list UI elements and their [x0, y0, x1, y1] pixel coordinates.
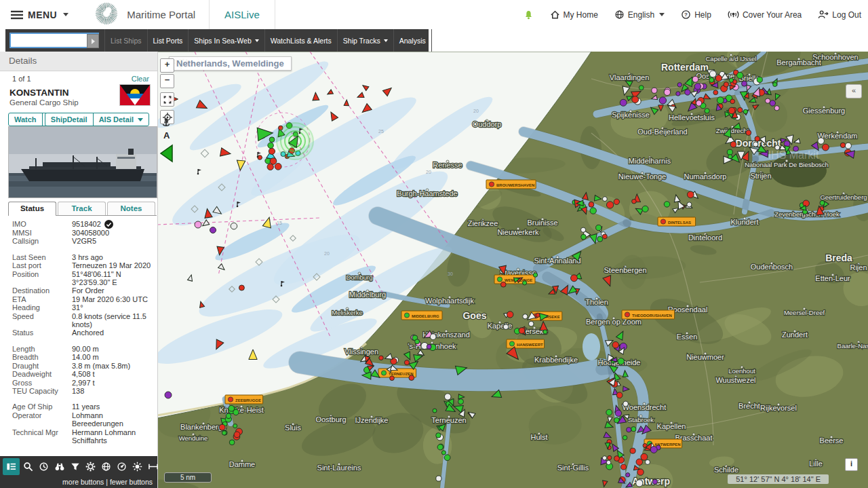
home-icon	[550, 10, 560, 20]
svg-text:Middelharnis: Middelharnis	[629, 157, 671, 165]
detail-row: Heading31°	[12, 303, 153, 312]
sun-tool-button[interactable]	[130, 459, 144, 475]
measure-tool-button[interactable]	[146, 459, 160, 475]
collapse-right-button[interactable]: «	[846, 84, 862, 98]
svg-text:Ouddorp: Ouddorp	[473, 120, 502, 128]
header-item-label: My Home	[564, 10, 598, 20]
svg-text:TERNEUZEN: TERNEUZEN	[389, 372, 414, 376]
gear-tool-button[interactable]	[83, 459, 98, 475]
map-info-button[interactable]: i	[845, 458, 858, 471]
detail-label: Draught	[12, 362, 72, 370]
toolbar-item-label: Analysis	[399, 37, 426, 45]
zoom-out-button[interactable]: −	[160, 74, 174, 88]
svg-text:Hellevoetsluis: Hellevoetsluis	[669, 113, 715, 121]
svg-text:Vlaardingen: Vlaardingen	[610, 73, 650, 81]
detail-label: Status	[12, 329, 72, 337]
collapse-panel-arrow[interactable]	[159, 144, 174, 166]
svg-text:Goes: Goes	[462, 310, 486, 321]
detail-row: Deadweight4,508 t	[12, 370, 153, 378]
detail-row: Technical MgrHermann Lohmann Schiffahrts	[12, 428, 153, 445]
more-buttons-link[interactable]: more buttons	[62, 478, 104, 486]
fullscreen-button[interactable]	[431, 29, 456, 52]
toolbar-item-ship-tracks[interactable]: Ship Tracks	[337, 29, 393, 52]
measure-a-tool[interactable]: A	[163, 130, 170, 140]
svg-text:Steenbergen: Steenbergen	[604, 266, 647, 274]
svg-text:Nieuwe-Tonge: Nieuwe-Tonge	[618, 172, 666, 181]
sidebar-bottom-toolbar: more buttons | fewer buttons	[0, 456, 157, 488]
search-input[interactable]	[9, 33, 99, 48]
cursor-coordinates: 51° 12' 57" N 4° 18' 14" E	[728, 474, 829, 484]
tab-status[interactable]: Status	[8, 202, 56, 215]
detail-row: ETA19 Mar 2020 6:30 UTC	[12, 295, 153, 303]
svg-text:Oudenbosch: Oudenbosch	[751, 263, 793, 271]
detail-row: Position51°48'06.11" N 3°23'59.30" E	[12, 270, 153, 287]
toolbar-item-label: Ship Tracks	[343, 37, 380, 45]
svg-text:Klundert: Klundert	[731, 218, 759, 226]
shipdetail-button[interactable]: ShipDetail	[45, 113, 93, 126]
detail-value: 11 years	[72, 402, 153, 411]
svg-text:Nieuwmoer: Nieuwmoer	[686, 353, 724, 361]
anchor-icon[interactable]	[162, 118, 170, 130]
tab-track[interactable]: Track	[58, 202, 106, 215]
clear-link[interactable]: Clear	[132, 75, 149, 83]
my-home-button[interactable]: My Home	[550, 10, 598, 20]
svg-text:Terneuzen: Terneuzen	[431, 416, 466, 424]
header-item-label: Help	[694, 10, 711, 20]
chevron-down-icon	[659, 13, 665, 16]
chevron-down-icon	[384, 39, 388, 42]
svg-text:Burgh-Haamstede: Burgh-Haamstede	[397, 189, 457, 198]
svg-text:Zierikzee: Zierikzee	[468, 219, 498, 227]
filter-icon	[71, 462, 80, 472]
svg-text:Hulst: Hulst	[530, 433, 547, 441]
svg-text:Nationaal Park De Biesbosch: Nationaal Park De Biesbosch	[745, 161, 829, 168]
search-tool-button[interactable]	[21, 459, 35, 475]
logout-icon	[818, 10, 829, 20]
main-menu-button[interactable]: MENU	[11, 10, 68, 20]
expand-view-button[interactable]	[160, 92, 174, 107]
detail-row: Length90.00 m	[12, 345, 153, 353]
detail-value: 31°	[72, 303, 153, 312]
svg-text:Damme: Damme	[229, 460, 256, 468]
svg-text:Brecht: Brecht	[738, 402, 760, 410]
hamburger-icon	[11, 10, 23, 20]
tab-aislive[interactable]: AISLive	[209, 0, 275, 29]
log-out-button[interactable]: Log Out	[818, 10, 861, 20]
svg-text:Lille: Lille	[809, 459, 823, 468]
english-button[interactable]: English	[614, 10, 665, 20]
history-icon	[39, 462, 49, 472]
map-toolbar: List ShipsList PortsShips In Sea-WebWatc…	[5, 29, 429, 52]
cover-your-area-button[interactable]: Cover Your Area	[728, 10, 802, 20]
legend-tool-button[interactable]	[3, 458, 20, 475]
toolbar-item-watchlists-alerts[interactable]: WatchLists & Alerts	[264, 29, 337, 52]
detail-value: 3 hrs ago	[72, 253, 153, 261]
legend-icon	[6, 462, 16, 472]
gauge-tool-button[interactable]	[115, 459, 129, 475]
toolbar-item-list-ports[interactable]: List Ports	[147, 29, 189, 52]
notifications-button[interactable]	[524, 10, 534, 20]
toolbar-item-ships-in-sea-web[interactable]: Ships In Sea-Web	[188, 29, 264, 52]
help-icon: ?	[681, 10, 691, 20]
expand-icon	[163, 96, 172, 104]
tab-notes[interactable]: Notes	[107, 202, 155, 215]
brand-title: Maritime Portal	[127, 9, 195, 20]
header-item-label: Log Out	[832, 10, 861, 20]
search-go-button[interactable]	[87, 34, 99, 48]
binoculars-tool-button[interactable]	[52, 459, 66, 475]
help-button[interactable]: ?Help	[681, 10, 711, 20]
globe2-tool-button[interactable]	[99, 459, 113, 475]
watch-button-label: Watch	[9, 113, 42, 126]
detail-row: Age Of Ship11 years	[12, 402, 153, 411]
detail-row: TEU Capacity138	[12, 387, 153, 395]
toolbar-item-analysis[interactable]: Analysis	[393, 29, 431, 52]
gauge-icon	[117, 462, 127, 472]
detail-row: Gross2,997 t	[12, 379, 153, 387]
fewer-buttons-link[interactable]: fewer buttons	[110, 478, 153, 486]
filter-tool-button[interactable]	[68, 459, 82, 475]
svg-text:Vlissingen: Vlissingen	[344, 348, 378, 356]
zoom-in-button[interactable]: +	[160, 58, 174, 73]
ais-detail-button[interactable]: AIS Detail	[93, 113, 149, 126]
ihs-markit-watermark: IHS Markit	[768, 149, 819, 161]
history-tool-button[interactable]	[37, 459, 51, 475]
map-canvas[interactable]: 202520301520IHS MarkitOostvoorneBrielleR…	[157, 52, 868, 488]
svg-text:Meliskerke: Meliskerke	[332, 309, 362, 316]
